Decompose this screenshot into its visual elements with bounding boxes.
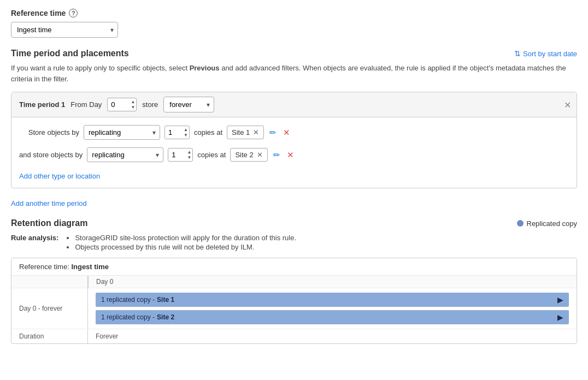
bar-2-site-name: Site 2 (157, 313, 174, 321)
store-row-2-delete-button[interactable]: ✕ (286, 149, 295, 161)
site-1-remove-button[interactable]: ✕ (253, 129, 259, 136)
store-duration-select[interactable]: forever 1 day 30 days 365 days (163, 97, 214, 112)
ref-time-text: Reference time (11, 9, 66, 17)
description-text: If you want a rule to apply only to spec… (11, 63, 577, 84)
copies-count-2-wrapper: ▲ ▼ (168, 148, 193, 162)
sort-by-start-date-link[interactable]: ⇅ Sort by start date (514, 49, 577, 58)
delete-2-icon: ✕ (287, 150, 294, 160)
copies-count-2-spinners: ▲ ▼ (186, 148, 192, 162)
diagram-row-content: 1 replicated copy - Site 1 ▶ 1 replicate… (88, 288, 577, 329)
diagram-footer-right: Forever (88, 329, 577, 343)
time-period-1-close-button[interactable]: ✕ (564, 99, 571, 110)
help-icon[interactable]: ? (69, 9, 78, 17)
from-day-input-wrapper: ▲ ▼ (107, 98, 137, 111)
legend-dot-icon (517, 220, 524, 227)
bar-2-text: 1 replicated copy - Site 2 (101, 313, 174, 321)
diagram-header-row: Reference time: Ingest time (11, 258, 577, 276)
diagram-row-label: Day 0 - forever (11, 288, 88, 329)
site-2-edit-button[interactable]: ✏ (272, 149, 281, 161)
time-period-title: Time period and placements (11, 49, 129, 58)
rule-analysis-label: Rule analysis: (11, 234, 58, 252)
copies-label-1: copies at (194, 128, 222, 136)
time-period-1-box: Time period 1 From Day ▲ ▼ store forever… (11, 92, 577, 188)
store-select-wrapper: forever 1 day 30 days 365 days ▾ (163, 97, 214, 112)
pencil-2-icon: ✏ (273, 150, 280, 160)
diagram-empty-cell (11, 276, 88, 288)
copies-label-2: copies at (197, 151, 226, 159)
replication-select-1-wrapper: replicating erasure coding ▾ (84, 125, 160, 140)
time-period-1-body: Store objects by replicating erasure cod… (11, 117, 577, 188)
retention-diagram-title: Retention diagram (11, 218, 87, 228)
bar-1-text: 1 replicated copy - Site 1 (101, 296, 174, 304)
site-2-name: Site 2 (235, 151, 253, 159)
store-row-1-label: Store objects by (19, 128, 79, 136)
day0-label: Day 0 (96, 278, 113, 286)
row-label-text: Day 0 - forever (19, 305, 62, 312)
time-period-section-header: Time period and placements ⇅ Sort by sta… (11, 49, 577, 58)
legend-label: Replicated copy (527, 219, 578, 228)
replication-select-2-wrapper: replicating erasure coding ▾ (87, 147, 163, 162)
from-day-label: From Day (70, 100, 102, 109)
site-1-name: Site 1 (232, 128, 250, 136)
store-row-1: Store objects by replicating erasure cod… (19, 125, 569, 140)
site-1-edit-button[interactable]: ✏ (268, 127, 278, 139)
rule-analysis-bullets: StorageGRID site-loss protection will ap… (64, 234, 296, 252)
store-row-2-label: and store objects by (19, 151, 83, 159)
site-2-remove-button[interactable]: ✕ (257, 151, 263, 158)
time-period-1-header: Time period 1 From Day ▲ ▼ store forever… (11, 92, 577, 117)
reference-time-label: Reference time ? (11, 9, 577, 17)
store-row-2: and store objects by replicating erasure… (19, 147, 569, 162)
site-2-tag: Site 2 ✕ (230, 148, 267, 162)
pencil-1-icon: ✏ (269, 128, 277, 138)
store-row-1-delete-button[interactable]: ✕ (282, 127, 291, 139)
diagram-ref-time-value: Ingest time (71, 263, 109, 271)
bar-1-site-name: Site 1 (157, 296, 174, 304)
rule-analysis-bullet-2: Objects processed by this rule will not … (75, 243, 296, 251)
diagram-footer: Duration Forever (11, 329, 577, 343)
copies-count-1-spinners: ▲ ▼ (183, 126, 189, 139)
reference-time-select-wrapper: Ingest time Last access time Noncurrent … (11, 22, 118, 38)
copies-count-1-decrement[interactable]: ▼ (183, 133, 189, 138)
copies-count-1-wrapper: ▲ ▼ (164, 126, 190, 139)
diagram-grid: Day 0 Day 0 - forever 1 replicated copy … (11, 276, 577, 329)
rule-analysis: Rule analysis: StorageGRID site-loss pro… (11, 234, 577, 252)
retention-section-header: Retention diagram Replicated copy (11, 218, 577, 228)
copies-count-2-decrement[interactable]: ▼ (186, 155, 192, 161)
time-period-1-label: Time period 1 (19, 100, 65, 109)
sort-link-label: Sort by start date (523, 50, 577, 58)
copies-count-1-increment[interactable]: ▲ (183, 127, 189, 133)
legend-item: Replicated copy (517, 219, 578, 228)
add-type-location-link[interactable]: Add other type or location (19, 172, 100, 180)
replication-select-2[interactable]: replicating erasure coding (87, 147, 163, 162)
bar-1-arrow-icon: ▶ (557, 295, 563, 304)
site-1-tag: Site 1 ✕ (227, 126, 264, 139)
reference-time-select[interactable]: Ingest time Last access time Noncurrent … (11, 22, 118, 38)
from-day-spinners: ▲ ▼ (130, 98, 136, 111)
from-day-decrement[interactable]: ▼ (130, 105, 136, 110)
diagram-day-header: Day 0 (88, 276, 577, 288)
add-time-period-link[interactable]: Add another time period (11, 199, 87, 207)
replication-select-1[interactable]: replicating erasure coding (84, 125, 160, 140)
delete-1-icon: ✕ (283, 128, 290, 138)
store-label: store (142, 100, 158, 109)
diagram-bar-site1: 1 replicated copy - Site 1 ▶ (96, 293, 569, 307)
bar-2-copy-text: 1 replicated copy - (101, 313, 155, 321)
diagram-box: Reference time: Ingest time Day 0 Day 0 … (11, 258, 577, 344)
from-day-increment[interactable]: ▲ (130, 99, 136, 105)
sort-icon: ⇅ (514, 49, 521, 58)
bar-2-arrow-icon: ▶ (557, 313, 563, 322)
rule-analysis-bullet-1: StorageGRID site-loss protection will ap… (75, 234, 296, 242)
bar-1-copy-text: 1 replicated copy - (101, 296, 155, 304)
copies-count-2-increment[interactable]: ▲ (186, 150, 192, 155)
diagram-ref-time-label: Reference time: (19, 263, 69, 271)
diagram-footer-left: Duration (11, 329, 88, 343)
diagram-bar-site2: 1 replicated copy - Site 2 ▶ (96, 310, 569, 324)
